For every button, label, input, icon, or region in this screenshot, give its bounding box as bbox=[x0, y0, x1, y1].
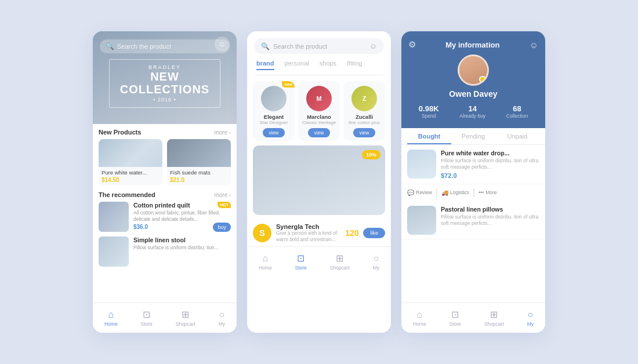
tab-shops[interactable]: shops bbox=[320, 60, 336, 70]
tab-personal[interactable]: personal bbox=[285, 60, 309, 70]
product-card-2[interactable]: Fish suede mats $21.0 bbox=[167, 139, 231, 185]
action-more[interactable]: ••• More bbox=[478, 187, 496, 198]
p3-top-row: ⚙ My information ☺ bbox=[408, 39, 538, 50]
brand-avatar-zucalli: Z bbox=[351, 86, 377, 111]
p1-nav: ⌂ Home ⊡ Store ⊞ Shopcart ○ My bbox=[93, 303, 237, 333]
p3-tab-pending[interactable]: Pending bbox=[451, 128, 495, 144]
nav-my-2[interactable]: ○ My bbox=[373, 253, 379, 271]
tab-brand[interactable]: brand bbox=[256, 60, 274, 70]
p3-header: ⚙ My information ☺ Owen Davey 0.98K Spen… bbox=[401, 31, 545, 128]
action-review[interactable]: 💬 Review bbox=[407, 187, 432, 198]
p3-nav-label-store: Store bbox=[449, 321, 461, 327]
order-info-2: Pastoral linen pillows Pillow surface is… bbox=[441, 206, 539, 227]
new-products-title: New Products bbox=[99, 129, 141, 136]
order-actions-1: 💬 Review | 🚚 Logistics | ••• More bbox=[401, 184, 545, 201]
rec-thumb-2 bbox=[99, 236, 129, 267]
action-more-label: More bbox=[485, 190, 496, 195]
nav-label-my: My bbox=[219, 321, 225, 327]
search-input[interactable] bbox=[117, 43, 224, 50]
nav-my-3[interactable]: ○ My bbox=[527, 310, 534, 327]
hot-badge: HOT bbox=[217, 202, 231, 208]
recommended-header: The recommended more › bbox=[99, 191, 231, 198]
stat-already-buy-value: 14 bbox=[468, 104, 476, 113]
order-item-1[interactable]: Pure white water drop... Pillow surface … bbox=[401, 145, 545, 184]
nav-label-shopcart: Shopcart bbox=[176, 321, 195, 327]
brand-card-elegant[interactable]: Elegant Star Designer view new bbox=[253, 81, 295, 141]
brand-name-elegant: Elegant bbox=[264, 114, 284, 120]
brand-role-zucalli: fine cotton plus bbox=[349, 120, 380, 125]
store-icon: ⊡ bbox=[143, 309, 150, 320]
action-logistics[interactable]: 🚚 Logistics bbox=[441, 187, 469, 198]
p2-featured-image: 10% bbox=[253, 145, 385, 215]
product-name-1: Pure white water... bbox=[102, 169, 160, 176]
nav-store-3[interactable]: ⊡ Store bbox=[449, 309, 461, 327]
rec-item-1[interactable]: Cotton printed quilt All cotton wool fab… bbox=[99, 202, 231, 232]
rec-info-2: Simple linen stool Pillow surface is uni… bbox=[133, 236, 231, 251]
order-name-1: Pure white water drop... bbox=[441, 150, 539, 156]
p3-title: My information bbox=[416, 41, 530, 49]
nav-store-1[interactable]: ⊡ Store bbox=[141, 309, 153, 327]
p2-brand-info: S Synergla Tech Give a person with a kin… bbox=[247, 220, 391, 246]
nav-shopcart-3[interactable]: ⊞ Shopcart bbox=[484, 309, 504, 327]
p2-search-bar[interactable]: 🔍 ☺ bbox=[254, 38, 384, 54]
phone-2: 🔍 ☺ brand personal shops fitting Elegant… bbox=[247, 31, 391, 333]
brand-view-btn-marclano[interactable]: view bbox=[308, 128, 329, 137]
online-indicator bbox=[479, 76, 486, 83]
like-button[interactable]: like bbox=[363, 228, 385, 238]
stat-collection-label: Collection bbox=[506, 113, 528, 119]
p2-search-icon: 🔍 bbox=[261, 42, 270, 50]
cart-icon[interactable]: ☺ bbox=[215, 37, 230, 52]
rec-item-2[interactable]: Simple linen stool Pillow surface is uni… bbox=[99, 236, 231, 267]
product-card-1[interactable]: Pure white water... $14.50 bbox=[99, 139, 162, 185]
brand-view-btn-zucalli[interactable]: view bbox=[353, 128, 375, 137]
p3-nav-label-my: My bbox=[527, 321, 534, 327]
p2-nav-label-my: My bbox=[373, 265, 379, 271]
brand-role-marclano: Classic Heritage bbox=[302, 120, 336, 125]
brand-info-name: Synergla Tech bbox=[276, 223, 340, 230]
p3-tab-bought[interactable]: Bought bbox=[407, 128, 451, 144]
p3-tab-unpaid[interactable]: Unpaid bbox=[495, 128, 539, 144]
buy-badge[interactable]: buy bbox=[213, 223, 231, 232]
search-icon: 🔍 bbox=[106, 42, 114, 50]
action-logistics-label: Logistics bbox=[450, 190, 469, 195]
stat-spend-value: 0.98K bbox=[419, 104, 439, 113]
new-badge-elegant: new bbox=[282, 81, 295, 88]
brand-card-zucalli[interactable]: Z Zucalli fine cotton plus view bbox=[343, 81, 385, 141]
user-name: Owen Davey bbox=[449, 89, 497, 99]
nav-shopcart-2[interactable]: ⊞ Shopcart bbox=[330, 253, 350, 271]
p2-nav-label-shopcart: Shopcart bbox=[330, 265, 350, 271]
brand-view-btn-elegant[interactable]: view bbox=[263, 128, 284, 137]
settings-icon[interactable]: ⚙ bbox=[408, 39, 416, 50]
product-name-2: Fish suede mats bbox=[170, 169, 228, 176]
order-item-2[interactable]: Pastoral linen pillows Pillow surface is… bbox=[401, 201, 545, 240]
p2-cart-icon: ☺ bbox=[369, 42, 377, 50]
tab-fitting[interactable]: fitting bbox=[347, 60, 362, 70]
order-price-1: $72.0 bbox=[441, 172, 539, 179]
recommended-more[interactable]: more › bbox=[214, 192, 231, 198]
brand-card-marclano[interactable]: M Marclano Classic Heritage view bbox=[298, 81, 340, 141]
stat-already-buy-label: Already buy bbox=[459, 113, 485, 119]
p3-tabs: Bought Pending Unpaid bbox=[401, 128, 545, 145]
nav-my-1[interactable]: ○ My bbox=[219, 310, 225, 327]
nav-home-2[interactable]: ⌂ Home bbox=[259, 253, 272, 271]
p1-hero-subtitle: BRADLEY bbox=[120, 64, 209, 70]
brand-avatar-marclano: M bbox=[306, 86, 332, 111]
p3-nav: ⌂ Home ⊡ Store ⊞ Shopcart ○ My bbox=[401, 303, 545, 333]
brand-name-marclano: Marclano bbox=[307, 114, 331, 120]
p2-search-input[interactable] bbox=[273, 43, 369, 50]
nav-store-2[interactable]: ⊡ Store bbox=[295, 253, 307, 271]
product-info-2: Fish suede mats $21.0 bbox=[167, 167, 231, 185]
brand-info-desc: Give a person with a kind of warm bold a… bbox=[276, 230, 340, 243]
home-icon: ⌂ bbox=[108, 310, 114, 320]
p1-body: New Products more › Pure white water... … bbox=[93, 124, 237, 303]
stat-collection-value: 68 bbox=[513, 104, 521, 113]
nav-home-3[interactable]: ⌂ Home bbox=[413, 310, 426, 327]
p1-search-bar[interactable]: 🔍 bbox=[100, 39, 230, 53]
action-review-label: Review bbox=[416, 190, 432, 195]
nav-home-1[interactable]: ⌂ Home bbox=[104, 310, 118, 327]
p3-body: Bought Pending Unpaid Pure white water d… bbox=[401, 128, 545, 303]
product-thumb-2 bbox=[167, 139, 231, 167]
stat-spend-label: Spend bbox=[422, 113, 436, 119]
nav-shopcart-1[interactable]: ⊞ Shopcart bbox=[176, 309, 195, 327]
new-products-more[interactable]: more › bbox=[214, 129, 231, 136]
